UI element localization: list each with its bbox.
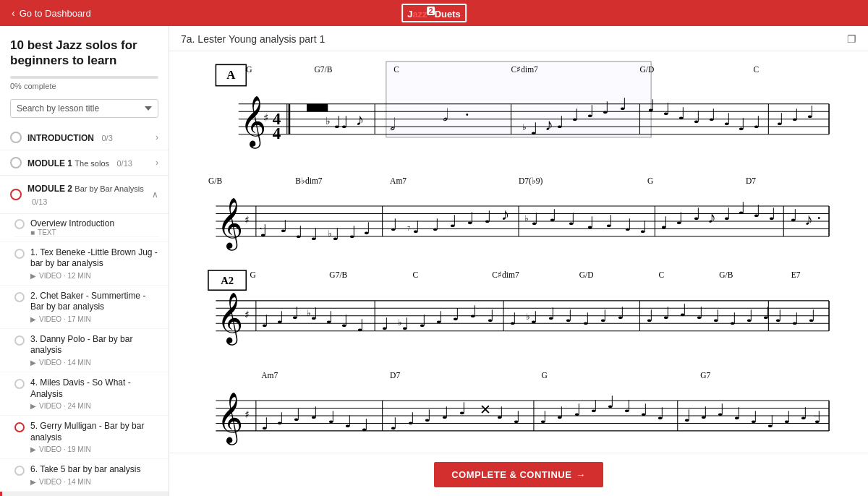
- complete-label: COMPLETE & CONTINUE: [451, 469, 571, 480]
- expand-button[interactable]: ❐: [847, 33, 856, 45]
- svg-text:♩: ♩: [568, 210, 576, 228]
- svg-text:♩: ♩: [556, 403, 564, 422]
- lesson-2-meta: ▶ VIDEO · 17 MIN: [30, 315, 158, 323]
- module-1-circle: [10, 157, 22, 168]
- svg-text:C: C: [659, 270, 665, 279]
- lesson-4-circle: [14, 379, 25, 389]
- svg-text:G7: G7: [700, 371, 710, 380]
- svg-text:A2: A2: [221, 275, 234, 286]
- svg-text:♩: ♩: [357, 316, 365, 335]
- svg-text:♩: ♩: [571, 106, 579, 124]
- svg-text:♩: ♩: [619, 95, 627, 114]
- logo-accent: azz: [412, 9, 427, 20]
- svg-text:♩: ♩: [775, 307, 783, 325]
- module-1-subtitle: The solos: [75, 159, 109, 168]
- svg-text:♩: ♩: [693, 205, 701, 223]
- svg-text:♩: ♩: [565, 307, 573, 325]
- svg-text:G/D: G/D: [639, 65, 654, 74]
- svg-text:𝄞: 𝄞: [240, 96, 266, 149]
- svg-text:G/B: G/B: [719, 270, 733, 279]
- svg-text:♯: ♯: [244, 409, 250, 420]
- lesson-6[interactable]: 6. Take 5 bar by bar analysis ▶ VIDEO · …: [0, 459, 169, 492]
- lesson-4[interactable]: 4. Miles Davis - So What - Analysis ▶ VI…: [0, 372, 169, 416]
- module-2-chevron-icon: ∧: [152, 189, 158, 200]
- svg-text:♩: ♩: [310, 403, 318, 422]
- svg-text:♩: ♩: [484, 208, 492, 226]
- svg-text:C: C: [412, 270, 418, 279]
- sidebar-header: 10 best Jazz solos for beginners to lear…: [0, 26, 169, 125]
- svg-text:♩: ♩: [791, 309, 799, 328]
- lesson-6-meta: ▶ VIDEO · 14 MIN: [30, 478, 158, 486]
- complete-arrow-icon: →: [576, 469, 586, 480]
- content-header: 7a. Lester Young analysis part 1 ❐: [169, 26, 868, 51]
- lesson-5[interactable]: 5. Gerry Mulligan - Bar by bar analysis …: [0, 416, 169, 459]
- svg-text:♩: ♩: [341, 113, 349, 132]
- lesson-4-name: 4. Miles Davis - So What - Analysis: [30, 377, 158, 400]
- lesson-7a[interactable]: 7a. Lester Young analysis part 1 ▶ VIDEO…: [0, 492, 169, 496]
- svg-text:♩: ♩: [762, 304, 770, 322]
- svg-text:♩: ♩: [738, 199, 746, 218]
- svg-text:G/B: G/B: [208, 176, 223, 185]
- svg-text:♩: ♩: [390, 215, 398, 234]
- svg-text:𝄞: 𝄞: [217, 393, 243, 445]
- text-icon: ■: [30, 228, 35, 236]
- svg-text:♩: ♩: [660, 213, 668, 232]
- svg-text:♩: ♩: [639, 218, 647, 236]
- svg-text:♩: ♩: [679, 301, 687, 320]
- lesson-overview-circle: [14, 219, 25, 229]
- lesson-2[interactable]: 2. Chet Baker - Summertime - Bar by bar …: [0, 286, 169, 329]
- progress-bar-container: [10, 76, 158, 79]
- svg-text:♩: ♩: [590, 397, 598, 416]
- svg-text:♩: ♩: [738, 115, 746, 134]
- svg-text:♩: ♩: [513, 408, 521, 427]
- lesson-1[interactable]: 1. Tex Beneke -Little Brown Jug - bar by…: [0, 242, 169, 286]
- logo: Jazz2Duets: [401, 4, 467, 22]
- svg-text:♩: ♩: [435, 308, 443, 327]
- svg-text:D7(♭9): D7(♭9): [519, 176, 543, 186]
- svg-text:♩: ♩: [767, 412, 775, 431]
- lesson-3-name: 3. Danny Polo - Bar by bar analysis: [30, 334, 158, 356]
- svg-text:C: C: [753, 65, 759, 74]
- video-icon-3: ▶: [30, 359, 36, 367]
- svg-text:♩: ♩: [676, 209, 684, 228]
- svg-rect-25: [307, 104, 328, 111]
- video-icon-4: ▶: [30, 402, 36, 410]
- svg-text:𝄞: 𝄞: [217, 198, 243, 251]
- svg-text:G: G: [541, 371, 547, 380]
- video-icon-6: ▶: [30, 478, 36, 486]
- module-introduction[interactable]: INTRODUCTION 0/3 ›: [0, 125, 169, 150]
- back-to-dashboard-button[interactable]: ‹ Go to Dashboard: [12, 7, 91, 19]
- lesson-1-name: 1. Tex Beneke -Little Brown Jug - bar by…: [30, 247, 158, 270]
- lesson-6-circle: [14, 466, 25, 476]
- svg-text:♩: ♩: [605, 212, 613, 231]
- svg-text:♯: ♯: [244, 309, 250, 320]
- svg-text:♩: ♩: [790, 206, 798, 225]
- svg-text:♩: ♩: [582, 309, 590, 328]
- svg-text:♩: ♩: [452, 305, 460, 324]
- lesson-overview[interactable]: Overview Introduction ■ TEXT: [0, 214, 169, 242]
- svg-text:♩: ♩: [602, 98, 610, 117]
- logo-box: Jazz2Duets: [401, 4, 467, 22]
- svg-text:♩: ♩: [407, 410, 415, 429]
- svg-text:♩: ♩: [678, 104, 686, 123]
- logo-superscript: 2: [427, 7, 435, 15]
- complete-continue-button[interactable]: COMPLETE & CONTINUE →: [434, 462, 603, 487]
- svg-text:C♯dim7: C♯dim7: [492, 270, 519, 279]
- svg-text:♩: ♩: [717, 401, 725, 419]
- svg-text:♩: ♩: [293, 406, 301, 424]
- lesson-3[interactable]: 3. Danny Polo - Bar by bar analysis ▶ VI…: [0, 329, 169, 372]
- svg-text:♪: ♪: [545, 115, 554, 134]
- module-1[interactable]: MODULE 1 The solos 0/13 ›: [0, 150, 169, 176]
- svg-text:♩: ♩: [556, 113, 564, 132]
- svg-text:♩: ♩: [261, 312, 269, 331]
- module-2-count: 0/13: [32, 197, 47, 206]
- svg-text:♩: ♩: [509, 309, 517, 328]
- lesson-5-name: 5. Gerry Mulligan - Bar by bar analysis: [30, 421, 158, 443]
- svg-text:♩: ♩: [693, 108, 701, 127]
- module-2[interactable]: MODULE 2 Bar by Bar Analysis 0/13 ∧: [0, 176, 169, 214]
- search-by-lesson-dropdown[interactable]: Search by lesson title: [10, 99, 158, 118]
- svg-text:♩: ♩: [587, 102, 595, 121]
- svg-text:♩: ♩: [496, 403, 504, 422]
- svg-text:♩: ♩: [607, 393, 615, 411]
- back-arrow-icon: ‹: [12, 7, 15, 19]
